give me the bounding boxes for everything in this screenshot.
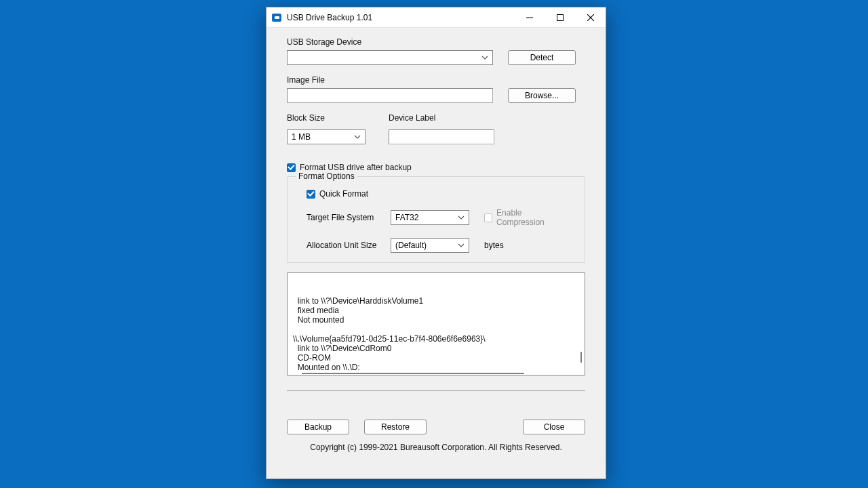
- block-size-label: Block Size: [287, 113, 366, 123]
- maximize-button[interactable]: [545, 7, 575, 27]
- device-label-input[interactable]: [389, 129, 494, 144]
- restore-button[interactable]: Restore: [364, 420, 427, 434]
- log-text: link to \\?\Device\HarddiskVolume1 fixed…: [288, 296, 585, 372]
- target-fs-label: Target File System: [307, 213, 387, 222]
- format-after-label: Format USB drive after backup: [300, 163, 412, 172]
- close-app-button[interactable]: Close: [523, 420, 585, 434]
- window-title: USB Drive Backup 1.01: [287, 13, 514, 22]
- target-fs-select[interactable]: FAT32: [391, 210, 469, 225]
- device-label-label: Device Label: [389, 113, 435, 123]
- log-output[interactable]: link to \\?\Device\HarddiskVolume1 fixed…: [287, 272, 585, 375]
- copyright-text: Copyright (c) 1999-2021 Bureausoft Corpo…: [287, 443, 585, 452]
- target-fs-value: FAT32: [395, 213, 418, 222]
- quick-format-checkbox[interactable]: Quick Format: [307, 189, 566, 199]
- chevron-down-icon: [458, 216, 465, 220]
- block-size-value: 1 MB: [292, 132, 311, 142]
- detect-button[interactable]: Detect: [508, 50, 576, 65]
- bytes-label: bytes: [484, 241, 566, 250]
- chevron-down-icon: [354, 135, 361, 139]
- client-area: USB Storage Device Detect Image File Bro…: [267, 28, 606, 459]
- browse-button[interactable]: Browse...: [508, 88, 576, 103]
- divider: [287, 390, 585, 391]
- svg-rect-1: [557, 14, 563, 20]
- checkbox-icon: [484, 214, 492, 222]
- usb-device-label: USB Storage Device: [287, 37, 585, 47]
- format-options-legend: Format Options: [296, 171, 357, 181]
- scrollbar-vertical[interactable]: [580, 352, 582, 363]
- close-button[interactable]: [575, 7, 606, 27]
- checkbox-icon: [287, 163, 296, 172]
- alloc-unit-value: (Default): [395, 241, 427, 250]
- app-icon: [272, 14, 281, 22]
- chevron-down-icon: [481, 56, 488, 60]
- scrollbar-horizontal[interactable]: [302, 373, 524, 374]
- image-file-label: Image File: [287, 75, 585, 85]
- minimize-button[interactable]: [514, 7, 545, 27]
- usb-device-select[interactable]: [287, 50, 493, 65]
- enable-compression-label: Enable Compression: [496, 208, 566, 227]
- enable-compression-checkbox[interactable]: Enable Compression: [484, 208, 566, 227]
- quick-format-label: Quick Format: [319, 189, 368, 199]
- app-window: USB Drive Backup 1.01 USB Storage Device…: [266, 7, 606, 479]
- block-size-select[interactable]: 1 MB: [287, 129, 366, 144]
- format-options-group: Format Options Quick Format Target File …: [287, 176, 585, 263]
- alloc-unit-select[interactable]: (Default): [391, 238, 469, 253]
- format-after-checkbox[interactable]: Format USB drive after backup: [287, 163, 585, 172]
- titlebar: USB Drive Backup 1.01: [267, 7, 606, 28]
- chevron-down-icon: [458, 243, 465, 247]
- checkbox-icon: [307, 190, 315, 199]
- backup-button[interactable]: Backup: [287, 420, 349, 434]
- alloc-unit-label: Allocation Unit Size: [307, 241, 387, 250]
- image-file-input[interactable]: [287, 88, 493, 103]
